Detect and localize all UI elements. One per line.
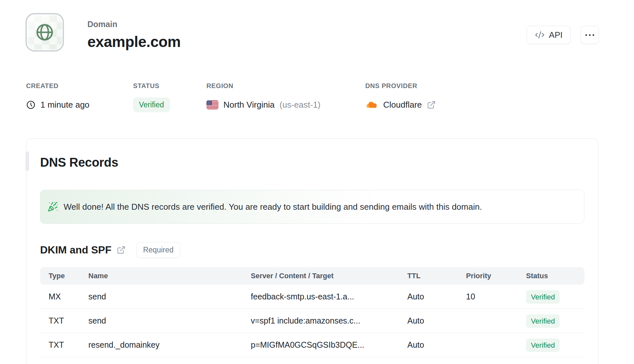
cell-name: send xyxy=(88,292,251,301)
cell-ttl: Auto xyxy=(407,340,466,350)
cell-ttl: Auto xyxy=(407,292,466,301)
cell-content[interactable]: v=spf1 include:amazonses.c... xyxy=(251,316,407,326)
record-status-badge: Verified xyxy=(526,314,560,328)
scroll-indicator xyxy=(25,151,29,171)
globe-icon xyxy=(34,22,55,43)
cell-name: send xyxy=(88,316,251,326)
us-flag-icon xyxy=(206,100,219,109)
record-status-badge: Verified xyxy=(526,339,560,352)
region-code: (us-east-1) xyxy=(279,100,321,110)
dkim-spf-section-head: DKIM and SPF Required xyxy=(40,242,584,258)
table-row: TXT resend._domainkey p=MIGfMA0GCSqGSIb3… xyxy=(40,333,584,357)
clock-icon xyxy=(26,100,36,110)
success-banner: Well done! All the DNS records are verif… xyxy=(40,190,584,224)
cell-priority: 10 xyxy=(466,292,526,301)
meta-dns-provider: DNS PROVIDER Cloudflare xyxy=(365,82,436,112)
header-actions: API xyxy=(527,26,599,44)
dns-table: Type Name Server / Content / Target TTL … xyxy=(40,267,584,357)
external-link-icon[interactable] xyxy=(427,100,436,109)
table-row: TXT send v=spf1 include:amazonses.c... A… xyxy=(40,309,584,333)
required-badge: Required xyxy=(137,242,180,258)
dns-table-header: Type Name Server / Content / Target TTL … xyxy=(40,267,584,285)
meta-created: CREATED 1 minute ago xyxy=(26,82,133,112)
status-badge: Verified xyxy=(133,98,170,112)
col-ttl: TTL xyxy=(407,272,466,280)
record-status-badge: Verified xyxy=(526,290,560,304)
dns-records-card: DNS Records Well done! All the DNS recor… xyxy=(26,138,598,364)
region-value: North Virginia xyxy=(223,100,275,110)
col-status: Status xyxy=(526,272,576,280)
cloudflare-icon xyxy=(365,100,378,110)
cell-type: TXT xyxy=(49,316,88,326)
code-icon xyxy=(535,30,545,40)
success-banner-text: Well done! All the DNS records are verif… xyxy=(64,202,482,212)
created-label: CREATED xyxy=(26,82,133,90)
header-text: Domain example.com xyxy=(87,20,181,51)
cell-content[interactable]: feedback-smtp.us-east-1.a... xyxy=(251,292,407,301)
table-row: MX send feedback-smtp.us-east-1.a... Aut… xyxy=(40,285,584,309)
party-popper-icon xyxy=(48,202,58,212)
domain-detail-page: Domain example.com API CREATED xyxy=(0,0,634,364)
api-button[interactable]: API xyxy=(527,26,571,44)
domain-avatar xyxy=(25,13,64,52)
cell-ttl: Auto xyxy=(407,316,466,326)
dns-provider-label: DNS PROVIDER xyxy=(365,82,436,90)
region-label: REGION xyxy=(206,82,365,90)
ellipsis-icon xyxy=(585,34,594,36)
dns-provider-value: Cloudflare xyxy=(383,100,422,110)
cell-type: TXT xyxy=(49,340,88,350)
meta-row: CREATED 1 minute ago STATUS Verified REG… xyxy=(26,82,436,112)
col-type: Type xyxy=(49,272,88,280)
dns-records-title: DNS Records xyxy=(40,156,584,170)
status-label: STATUS xyxy=(133,82,206,90)
dns-table-body: MX send feedback-smtp.us-east-1.a... Aut… xyxy=(40,285,584,357)
cell-content[interactable]: p=MIGfMA0GCSqGSIb3DQE... xyxy=(251,340,407,350)
page-title: example.com xyxy=(87,33,181,51)
dkim-spf-title: DKIM and SPF xyxy=(40,244,126,256)
created-value: 1 minute ago xyxy=(40,100,89,110)
domain-eyebrow: Domain xyxy=(87,20,181,29)
col-name: Name xyxy=(88,272,251,280)
external-link-icon[interactable] xyxy=(117,246,126,254)
col-content: Server / Content / Target xyxy=(251,272,407,280)
meta-status: STATUS Verified xyxy=(133,82,206,112)
meta-region: REGION xyxy=(206,82,365,112)
cell-type: MX xyxy=(49,292,88,301)
more-button[interactable] xyxy=(581,26,599,44)
col-priority: Priority xyxy=(466,272,526,280)
cell-name: resend._domainkey xyxy=(88,340,251,350)
api-button-label: API xyxy=(549,30,563,40)
